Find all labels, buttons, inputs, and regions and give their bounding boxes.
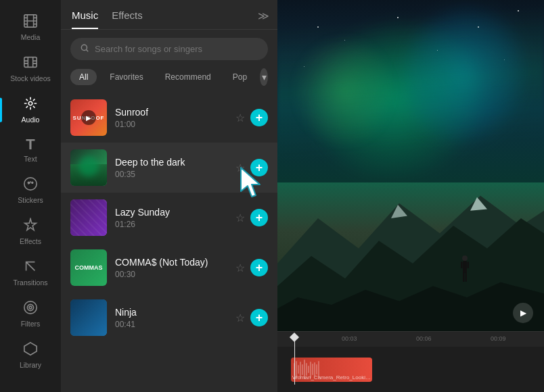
song-info: Deep to the dark 00:35 bbox=[115, 157, 227, 179]
song-thumbnail: SUNROOF ▶ bbox=[70, 99, 107, 136]
song-actions: ☆ + bbox=[235, 309, 268, 326]
svg-point-5 bbox=[32, 182, 33, 183]
sidebar-item-text[interactable]: T Text bbox=[0, 130, 61, 170]
add-song-button[interactable]: + bbox=[250, 309, 268, 326]
song-title: COMMA$ (Not Today) bbox=[115, 257, 227, 268]
playhead-line bbox=[294, 341, 295, 385]
text-icon: T bbox=[26, 137, 35, 152]
song-duration: 00:30 bbox=[115, 270, 227, 279]
song-duration: 00:41 bbox=[115, 320, 227, 329]
sidebar-label-stickers: Stickers bbox=[18, 196, 43, 204]
search-bar[interactable] bbox=[70, 38, 268, 60]
sidebar-label-stock-videos: Stock videos bbox=[10, 74, 51, 82]
list-item[interactable]: SUNROOF ▶ Sunroof 01:00 ☆ + bbox=[61, 93, 277, 143]
playhead[interactable] bbox=[291, 332, 298, 385]
sidebar-label-filters: Filters bbox=[21, 320, 41, 328]
favorite-button[interactable]: ☆ bbox=[235, 112, 245, 124]
sidebar-item-stock-videos[interactable]: Stock videos bbox=[0, 48, 61, 89]
tab-effects[interactable]: Effects bbox=[112, 9, 143, 29]
list-item[interactable]: Lazy Sunday 01:26 ☆ + bbox=[61, 193, 277, 243]
sidebar-label-media: Media bbox=[21, 33, 41, 41]
filter-recommend[interactable]: Recommend bbox=[156, 69, 220, 85]
sidebar-item-media[interactable]: Media bbox=[0, 7, 61, 48]
sidebar-item-transitions[interactable]: Transitions bbox=[0, 252, 61, 293]
favorite-button[interactable]: ☆ bbox=[235, 262, 245, 274]
preview-area: ▶ 00:03 00:06 00:09 bbox=[277, 0, 544, 392]
song-title: Deep to the dark bbox=[115, 157, 227, 168]
sidebar: Media Stock videos Audio T Text Stickers bbox=[0, 0, 61, 392]
svg-marker-9 bbox=[24, 343, 37, 355]
play-icon: ▶ bbox=[520, 308, 526, 318]
filter-favorites[interactable]: Favorites bbox=[101, 69, 152, 85]
sidebar-label-library: Library bbox=[20, 361, 41, 369]
playhead-diamond bbox=[290, 333, 299, 342]
person-figure bbox=[460, 251, 470, 285]
add-song-button[interactable]: + bbox=[250, 159, 268, 176]
svg-rect-21 bbox=[467, 262, 469, 268]
sidebar-label-text: Text bbox=[24, 155, 37, 163]
add-song-button[interactable]: + bbox=[250, 109, 268, 126]
video-background: ▶ bbox=[277, 0, 544, 331]
thumb-label: COMMAS bbox=[74, 263, 104, 272]
song-thumbnail bbox=[70, 149, 107, 186]
timeline-track: Woman_Camera_Retro_Looking_At_Camera_By_… bbox=[277, 347, 544, 392]
list-item[interactable]: Deep to the dark 00:35 ☆ + bbox=[61, 143, 277, 193]
song-info: COMMA$ (Not Today) 00:30 bbox=[115, 257, 227, 279]
song-actions: ☆ + bbox=[235, 259, 268, 276]
panel-tabs: Music Effects ≫ bbox=[61, 0, 277, 30]
sidebar-item-audio[interactable]: Audio bbox=[0, 89, 61, 130]
filter-all[interactable]: All bbox=[70, 69, 97, 85]
sidebar-label-audio: Audio bbox=[22, 116, 40, 124]
media-icon bbox=[23, 14, 38, 30]
svg-point-4 bbox=[28, 182, 29, 183]
favorite-button[interactable]: ☆ bbox=[235, 212, 245, 224]
favorite-button[interactable]: ☆ bbox=[235, 162, 245, 174]
svg-point-7 bbox=[27, 304, 33, 310]
svg-point-10 bbox=[81, 45, 87, 50]
play-button[interactable]: ▶ bbox=[513, 303, 533, 323]
song-thumbnail bbox=[70, 299, 107, 336]
music-panel: Music Effects ≫ All Favorites Recommend … bbox=[61, 0, 277, 392]
list-item[interactable]: Ninja 00:41 ☆ + bbox=[61, 293, 277, 343]
song-actions: ☆ + bbox=[235, 209, 268, 226]
sidebar-item-filters[interactable]: Filters bbox=[0, 293, 61, 335]
library-icon bbox=[23, 341, 38, 358]
search-icon bbox=[80, 43, 89, 55]
song-title: Lazy Sunday bbox=[115, 207, 227, 218]
svg-point-8 bbox=[29, 306, 32, 309]
timeline: 00:03 00:06 00:09 bbox=[277, 331, 544, 392]
song-actions: ☆ + bbox=[235, 109, 268, 126]
effects-icon bbox=[23, 218, 38, 235]
timeline-clip[interactable]: Woman_Camera_Retro_Looking_At_Camera_By_… bbox=[291, 358, 372, 382]
svg-point-6 bbox=[24, 301, 37, 314]
svg-point-2 bbox=[28, 101, 32, 105]
svg-rect-20 bbox=[461, 262, 463, 268]
song-thumbnail: COMMAS bbox=[70, 249, 107, 286]
song-duration: 00:35 bbox=[115, 170, 227, 179]
tab-music[interactable]: Music bbox=[72, 9, 98, 29]
list-item[interactable]: COMMAS COMMA$ (Not Today) 00:30 ☆ + bbox=[61, 243, 277, 293]
sidebar-label-transitions: Transitions bbox=[14, 278, 48, 287]
mountain-silhouette bbox=[277, 166, 544, 331]
transitions-icon bbox=[23, 259, 38, 276]
sidebar-item-effects[interactable]: Effects bbox=[0, 211, 61, 252]
favorite-button[interactable]: ☆ bbox=[235, 312, 245, 324]
sidebar-item-stickers[interactable]: Stickers bbox=[0, 170, 61, 211]
filter-more-button[interactable]: ▾ bbox=[260, 68, 268, 86]
search-input[interactable] bbox=[95, 44, 258, 54]
play-overlay: ▶ bbox=[81, 110, 96, 125]
song-thumbnail bbox=[70, 199, 107, 236]
add-song-button[interactable]: + bbox=[250, 259, 268, 276]
timeline-ruler: 00:03 00:06 00:09 bbox=[277, 332, 544, 347]
svg-rect-16 bbox=[463, 261, 467, 273]
collapse-button[interactable]: ≫ bbox=[258, 9, 269, 22]
add-song-button[interactable]: + bbox=[250, 209, 268, 226]
song-list: SUNROOF ▶ Sunroof 01:00 ☆ + Deep to the bbox=[61, 93, 277, 392]
song-title: Ninja bbox=[115, 307, 227, 318]
stickers-icon bbox=[23, 176, 38, 193]
filter-pop[interactable]: Pop bbox=[224, 69, 256, 85]
svg-rect-1 bbox=[24, 57, 37, 68]
sidebar-item-library[interactable]: Library bbox=[0, 335, 61, 376]
song-duration: 01:00 bbox=[115, 120, 227, 129]
filter-row: All Favorites Recommend Pop ▾ bbox=[61, 68, 277, 93]
